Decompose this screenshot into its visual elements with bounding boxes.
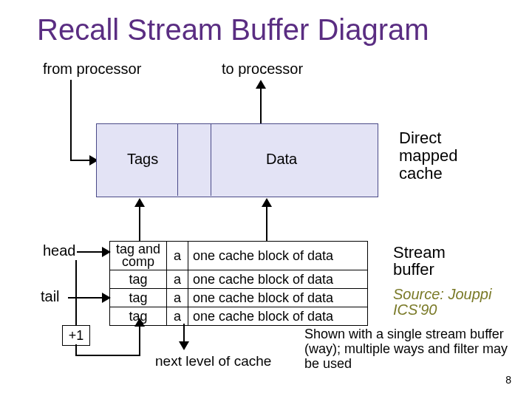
table-row: tag a one cache block of data bbox=[110, 270, 368, 289]
arrow-up-icon bbox=[134, 198, 145, 208]
tags-label: Tags bbox=[127, 151, 158, 168]
stream-buffer-table: tag and comp a one cache block of data t… bbox=[109, 241, 368, 326]
tag-comp-cell: tag and comp bbox=[110, 242, 167, 270]
a-cell: a bbox=[167, 289, 188, 307]
plusone-across bbox=[75, 355, 140, 356]
cache-divider-1 bbox=[177, 123, 178, 196]
block-cell: one cache block of data bbox=[188, 307, 368, 326]
arrow-up-icon bbox=[256, 80, 266, 90]
data-label: Data bbox=[266, 151, 297, 168]
buf-to-cache-data-line bbox=[266, 205, 267, 241]
block-cell: one cache block of data bbox=[188, 289, 368, 307]
direct-mapped-cache-label: Direct mapped cache bbox=[399, 129, 458, 183]
arrow-up-icon bbox=[262, 198, 272, 208]
to-proc-line bbox=[260, 87, 262, 124]
source-label: Source: Jouppi ICS'90 bbox=[393, 287, 519, 318]
next-level-label: next level of cache bbox=[155, 353, 271, 369]
page-title: Recall Stream Buffer Diagram bbox=[37, 13, 429, 47]
head-to-plusone bbox=[75, 260, 77, 325]
a-cell: a bbox=[167, 242, 188, 270]
table-row: tag a one cache block of data bbox=[110, 307, 368, 326]
tag-cell: tag bbox=[110, 270, 167, 289]
svg-marker-1 bbox=[256, 80, 266, 89]
tail-label: tail bbox=[41, 288, 60, 305]
table-row: tag a one cache block of data bbox=[110, 289, 368, 307]
cache-divider-2 bbox=[211, 123, 211, 196]
table-row: tag and comp a one cache block of data bbox=[110, 242, 368, 270]
to-processor-label: to processor bbox=[222, 61, 303, 78]
buf-to-cache-tags-line bbox=[139, 205, 140, 241]
from-proc-line-v bbox=[70, 80, 72, 161]
note-text: Shown with a single stream buffer (way);… bbox=[304, 327, 519, 371]
stream-buffer-label: Stream buffer bbox=[393, 244, 446, 278]
arrow-down-icon bbox=[179, 341, 189, 352]
a-cell: a bbox=[167, 270, 188, 289]
head-label: head bbox=[43, 242, 76, 259]
from-processor-label: from processor bbox=[43, 61, 141, 78]
page-number: 8 bbox=[505, 374, 511, 386]
svg-marker-5 bbox=[134, 198, 145, 207]
plusone-up bbox=[139, 324, 140, 356]
tag-cell: tag bbox=[110, 307, 167, 326]
block-cell: one cache block of data bbox=[188, 242, 368, 270]
block-cell: one cache block of data bbox=[188, 270, 368, 289]
a-cell: a bbox=[167, 307, 188, 326]
svg-marker-7 bbox=[179, 341, 189, 350]
tag-cell: tag bbox=[110, 289, 167, 307]
plus-one-box: +1 bbox=[62, 325, 90, 346]
svg-marker-6 bbox=[262, 198, 272, 207]
tail-arrow-line bbox=[68, 297, 106, 299]
